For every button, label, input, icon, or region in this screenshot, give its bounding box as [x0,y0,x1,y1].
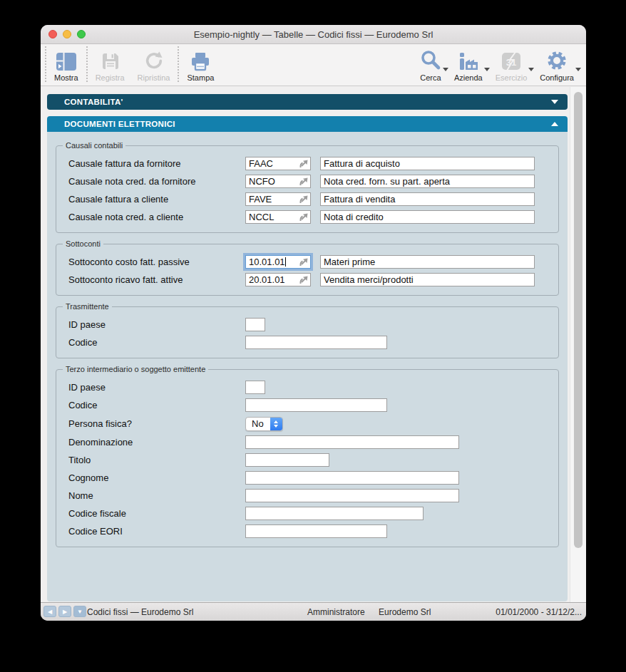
field-label: Sottoconto costo fatt. passive [68,257,245,267]
persona-fisica-select[interactable]: No [245,417,283,431]
toolbar-button-mostra[interactable]: Mostra [48,50,85,82]
calendar-icon: 31 [501,50,522,71]
form-row: Titolo [68,451,551,469]
form-row: Nome [68,487,551,505]
terzo-codice-input[interactable] [245,398,387,412]
goto-record-icon[interactable] [298,257,309,271]
field-label: Persona fisica? [68,418,245,429]
form-row: Codice [68,396,551,414]
form-row: Codice fiscale [68,505,551,522]
field-label: Denominazione [68,437,245,448]
nome-input[interactable] [245,489,459,502]
vertical-scrollbar[interactable] [570,87,586,602]
causale-fattura-fornitore-desc-input[interactable] [320,157,535,170]
company-icon [458,50,479,71]
toolbar-button-esercizio[interactable]: 31 Esercizio [489,50,534,82]
field-label: Codice [68,400,245,410]
content-area: CONTABILITA' DOCUMENTI ELETTRONICI Causa… [41,87,586,602]
field-label: Causale fattura da fornitore [68,158,245,169]
terzo-id-paese-input[interactable] [245,381,265,394]
causale-fattura-cliente-desc-input[interactable] [320,192,535,206]
group-legend: Causali contabili [63,141,125,150]
toolbar-label: Mostra [54,73,78,82]
toolbar-separator [45,46,46,82]
sottoconto-ricavo-desc-input[interactable] [320,273,535,286]
form-row: Cognome [68,469,551,487]
form-row: Sottoconto costo fatt. passive [68,253,551,271]
window-zoom-icon[interactable] [77,30,86,38]
denominazione-input[interactable] [245,435,459,449]
toolbar-button-configura[interactable]: Configura [533,50,580,82]
goto-record-icon[interactable] [298,274,309,289]
goto-record-icon[interactable] [298,194,309,208]
chevron-up-icon [551,122,558,126]
toolbar-label: Stampa [187,73,214,82]
statusbar-user: Amministratore [307,607,365,617]
status-bar: ◀ ▶ ▼ Codici fissi — Eurodemo Srl Ammini… [41,602,586,621]
window-minimize-icon[interactable] [63,30,71,38]
field-label: Codice [68,337,245,348]
form-row: ID paese [68,316,551,334]
form-row: ID paese [68,378,551,396]
show-panel-icon [56,50,77,71]
toolbar-label: Azienda [454,73,483,82]
window-title: Esempio-nightly — Tabelle — Codici fissi… [194,29,433,40]
title-bar[interactable]: Esempio-nightly — Tabelle — Codici fissi… [41,25,586,44]
chevron-down-icon [551,100,558,104]
field-label: Causale fattura a cliente [68,194,245,205]
field-label: Codice EORI [68,526,245,537]
form-row: Codice EORI [68,522,551,540]
toolbar-button-ripristina[interactable]: Ripristina [131,50,177,82]
text-caret [285,257,286,267]
toolbar-label: Cerca [420,73,441,82]
group-legend: Terzo intermediario o soggetto emittente [63,365,208,373]
codice-fiscale-input[interactable] [245,507,424,520]
toolbar-button-stampa[interactable]: Stampa [180,50,220,82]
titolo-input[interactable] [245,453,329,467]
causale-nota-cred-fornitore-desc-input[interactable] [320,175,535,188]
form-row: Causale fattura a cliente [68,190,551,208]
window-close-icon[interactable] [48,30,57,38]
field-label: Causale nota cred. a cliente [68,212,245,222]
nav-next-icon[interactable]: ▶ [58,606,71,617]
toolbar-separator [86,46,88,82]
nav-list-icon[interactable]: ▼ [73,606,86,617]
code-field-wrap [245,255,311,269]
sottoconto-costo-desc-input[interactable] [320,255,535,269]
form-row: Sottoconto ricavo fatt. attive [68,271,551,289]
goto-record-icon[interactable] [298,176,309,190]
code-field-wrap [245,273,311,286]
trasmittente-id-paese-input[interactable] [245,318,265,331]
code-field-wrap [245,157,311,170]
section-header-documenti-elettronici[interactable]: DOCUMENTI ELETTRONICI [47,116,568,132]
statusbar-context: Codici fissi — Eurodemo Srl [87,607,193,617]
toolbar-button-cerca[interactable]: Cerca [414,50,448,82]
scrollbar-thumb[interactable] [574,92,583,548]
toolbar-button-azienda[interactable]: Azienda [448,50,489,82]
field-label: ID paese [68,382,245,393]
section-label: CONTABILITA' [64,98,123,106]
goto-record-icon[interactable] [298,158,309,172]
trasmittente-codice-input[interactable] [245,336,387,349]
nav-prev-icon[interactable]: ◀ [43,606,56,617]
statusbar-company: Eurodemo Srl [379,607,431,617]
cognome-input[interactable] [245,471,459,485]
print-icon [190,50,211,71]
causale-nota-cred-cliente-desc-input[interactable] [320,210,535,224]
codice-eori-input[interactable] [245,524,387,538]
code-field-wrap [245,210,311,224]
persona-fisica-value: No [246,418,270,430]
form-row: Causale fattura da fornitore [68,155,551,172]
traffic-lights [48,30,86,38]
toolbar-label: Registra [96,73,125,82]
group-causali-contabili: Causali contabili Causale fattura da for… [56,141,559,233]
code-field-wrap [245,192,311,206]
toolbar-button-registra[interactable]: Registra [89,50,131,82]
code-field-wrap [245,175,311,188]
section-header-contabilita[interactable]: CONTABILITA' [47,94,568,110]
form-row: Causale nota cred. a cliente [68,208,551,226]
save-icon [100,50,120,71]
record-nav-buttons: ◀ ▶ ▼ [43,606,86,617]
goto-record-icon[interactable] [298,212,309,226]
group-terzo-intermediario: Terzo intermediario o soggetto emittente… [56,365,559,547]
